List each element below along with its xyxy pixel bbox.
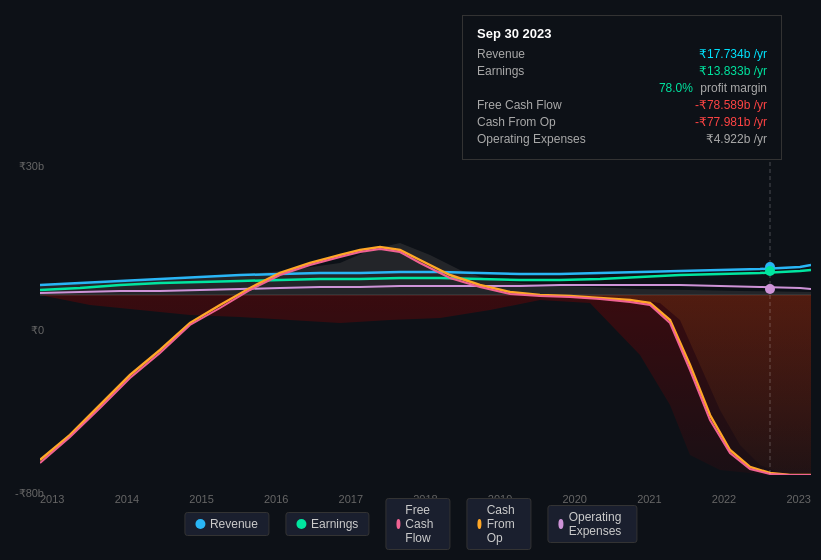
chart-container: Sep 30 2023 Revenue ₹17.734b /yr Earning… [0,0,821,560]
tooltip-row-earnings: Earnings ₹13.833b /yr [477,64,767,78]
legend-label-opex: Operating Expenses [569,510,626,538]
legend-label-revenue: Revenue [210,517,258,531]
tooltip-value-opex: ₹4.922b /yr [706,132,767,146]
legend-dot-cashfromop [477,519,481,529]
tooltip-row-revenue: Revenue ₹17.734b /yr [477,47,767,61]
x-label-2021: 2021 [637,493,661,505]
tooltip-row-opex: Operating Expenses ₹4.922b /yr [477,132,767,146]
tooltip-label-revenue: Revenue [477,47,587,61]
tooltip-row-profit-margin: 78.0% profit margin [477,81,767,95]
legend-item-revenue[interactable]: Revenue [184,512,269,536]
legend-label-cashfromop: Cash From Op [487,503,521,545]
legend-item-fcf[interactable]: Free Cash Flow [385,498,450,550]
tooltip-label-opex: Operating Expenses [477,132,587,146]
x-label-2022: 2022 [712,493,736,505]
legend-label-fcf: Free Cash Flow [405,503,439,545]
tooltip-label-fcf: Free Cash Flow [477,98,587,112]
legend-dot-fcf [396,519,400,529]
tooltip-value-fcf: -₹78.589b /yr [695,98,767,112]
tooltip-value-earnings: ₹13.833b /yr [699,64,767,78]
tooltip-row-fcf: Free Cash Flow -₹78.589b /yr [477,98,767,112]
legend-item-opex[interactable]: Operating Expenses [547,505,637,543]
legend-item-cashfromop[interactable]: Cash From Op [466,498,531,550]
chart-svg [40,155,811,475]
legend: Revenue Earnings Free Cash Flow Cash Fro… [184,498,637,550]
tooltip: Sep 30 2023 Revenue ₹17.734b /yr Earning… [462,15,782,160]
tooltip-label-cashfromop: Cash From Op [477,115,587,129]
svg-point-8 [765,266,775,276]
tooltip-date: Sep 30 2023 [477,26,767,41]
x-label-2023: 2023 [786,493,810,505]
tooltip-profit-margin: 78.0% profit margin [659,81,767,95]
tooltip-value-cashfromop: -₹77.981b /yr [695,115,767,129]
legend-dot-opex [558,519,563,529]
tooltip-label-earnings: Earnings [477,64,587,78]
legend-dot-earnings [296,519,306,529]
svg-point-9 [765,284,775,294]
x-label-2013: 2013 [40,493,64,505]
tooltip-value-revenue: ₹17.734b /yr [699,47,767,61]
svg-marker-5 [40,243,811,295]
legend-item-earnings[interactable]: Earnings [285,512,369,536]
legend-dot-revenue [195,519,205,529]
legend-label-earnings: Earnings [311,517,358,531]
x-label-2014: 2014 [115,493,139,505]
tooltip-row-cashfromop: Cash From Op -₹77.981b /yr [477,115,767,129]
